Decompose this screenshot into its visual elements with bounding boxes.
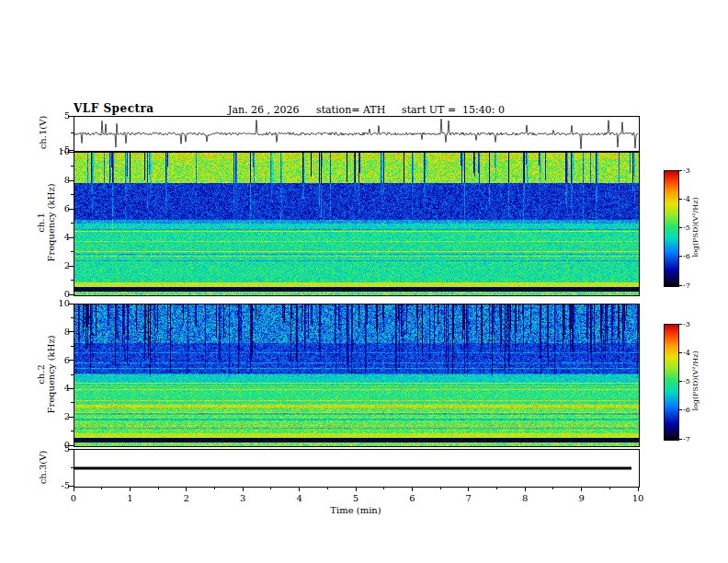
x-tick-label: 8 [516,493,534,503]
x-minor-tick-mark [158,488,159,489]
ch1-frequency-axis-label-line1: ch.1 [36,177,46,269]
figure-title: VLF Spectra [74,102,154,115]
ch1-spectrogram-panel [74,152,640,296]
x-tick-mark [186,488,187,491]
y-minor-tick-mark [71,431,74,431]
x-tick-label: 6 [403,493,421,503]
ch2-colorbar-canvas [665,325,678,440]
x-tick-label: 2 [177,493,196,503]
x-minor-tick-mark [609,488,610,489]
y-tick-label: -5 [44,480,70,490]
x-tick-mark [412,488,413,491]
ch1-waveform-canvas [74,117,639,151]
colorbar-tick-mark [679,324,682,325]
x-minor-tick-mark [101,488,102,489]
ch1-colorbar-canvas [665,171,678,286]
colorbar-tick-mark [679,381,682,382]
ch2-spectrogram-canvas [74,304,639,446]
x-minor-tick-mark [327,488,328,489]
y-tick-label: 5 [44,443,70,454]
ch2-frequency-axis-label: ch.2 Frequency (kHz) [36,328,56,420]
x-tick-label: 4 [290,493,309,503]
colorbar-tick-label: -3 [683,167,690,175]
colorbar-tick-label: -5 [683,377,690,385]
x-minor-tick-mark [440,488,441,489]
x-tick-label: 5 [347,493,365,503]
colorbar-tick-label: -7 [683,282,690,290]
ch2-colorbar-label: log(PSD)(V²/Hz) [691,321,700,441]
y-minor-tick-mark [71,374,74,375]
ch2-colorbar [664,324,679,441]
y-minor-tick-mark [71,467,74,468]
start-ut-label: start UT = 15:40: 0 [402,104,505,116]
y-tick-label: 4 [44,232,70,242]
ch2-frequency-axis-label-line1: ch.2 [36,328,46,420]
x-tick-mark [130,488,131,491]
y-tick-label: 6 [44,203,70,213]
ch1-waveform-panel [74,116,640,152]
x-tick-mark [638,488,639,491]
y-tick-label: 5 [44,110,70,121]
y-tick-label: 4 [44,383,70,393]
x-tick-mark [74,488,74,491]
y-minor-tick-mark [71,280,74,281]
x-tick-label: 3 [233,493,252,503]
y-minor-tick-mark [71,402,74,403]
x-minor-tick-mark [552,488,553,489]
ch1-colorbar-label: log(PSD)(V²/Hz) [691,167,700,287]
station-label: station= ATH [316,104,385,116]
colorbar-tick-label: -3 [683,320,690,328]
colorbar-tick-label: -6 [683,252,690,260]
x-tick-mark [299,488,300,491]
x-tick-label: 1 [120,493,139,503]
x-minor-tick-mark [214,488,215,489]
date-label: Jan. 26 , 2026 [228,104,300,116]
time-axis-label: Time (min) [282,505,429,515]
colorbar-tick-mark [679,409,682,410]
x-tick-mark [356,488,357,491]
x-tick-label: 9 [573,493,591,503]
y-tick-label: 8 [44,327,70,337]
y-tick-label: 2 [44,411,70,421]
x-tick-mark [468,488,469,491]
colorbar-tick-mark [679,199,682,200]
colorbar-tick-label: -5 [683,224,690,232]
y-minor-tick-mark [71,223,74,224]
colorbar-tick-label: -7 [683,435,690,443]
colorbar-tick-mark [679,227,682,228]
x-tick-label: 10 [629,493,647,503]
ch1-frequency-axis-label: ch.1 Frequency (kHz) [36,177,56,269]
y-tick-label: 6 [44,355,70,365]
colorbar-tick-mark [679,170,682,171]
colorbar-tick-label: -6 [683,406,690,414]
colorbar-tick-mark [679,285,682,286]
ch1-colorbar [664,170,679,287]
ch3-waveform-canvas [74,450,639,487]
x-minor-tick-mark [496,488,497,489]
y-minor-tick-mark [71,194,74,195]
x-minor-tick-mark [270,488,271,489]
y-tick-label: 10 [44,146,70,156]
y-tick-label: 10 [44,298,70,308]
ch3-waveform-panel [74,449,640,488]
colorbar-tick-label: -4 [683,349,690,357]
ch1-frequency-axis-label-line2: Frequency (kHz) [46,177,56,269]
x-tick-mark [525,488,526,491]
y-minor-tick-mark [71,132,74,133]
y-minor-tick-mark [71,251,74,252]
x-tick-label: 0 [64,493,83,503]
y-minor-tick-mark [71,346,74,347]
y-tick-label: 8 [44,175,70,185]
ch1-spectrogram-canvas [74,153,639,295]
y-tick-label: 2 [44,260,70,270]
x-tick-mark [581,488,582,491]
ch2-frequency-axis-label-line2: Frequency (kHz) [46,328,56,420]
x-tick-mark [243,488,244,491]
colorbar-tick-label: -4 [683,195,690,203]
x-tick-label: 7 [460,493,478,503]
vlf-spectra-figure: VLF Spectra Jan. 26 , 2026 station= ATH … [0,0,728,563]
colorbar-tick-mark [679,352,682,353]
ch2-spectrogram-panel [74,304,640,447]
colorbar-tick-mark [679,256,682,257]
y-minor-tick-mark [71,166,74,167]
